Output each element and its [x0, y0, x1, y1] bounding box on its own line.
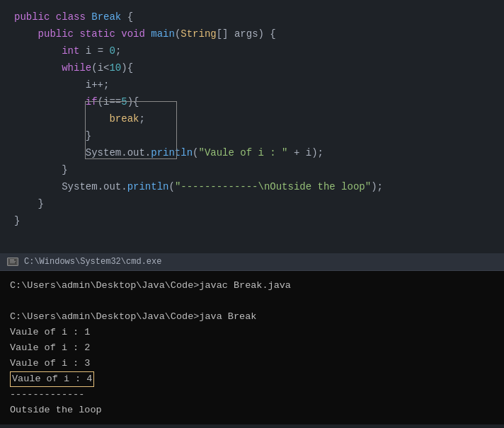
terminal-empty-1 — [10, 294, 494, 309]
terminal-area: C:\Users\admin\Desktop\Java\Code>javac B… — [0, 271, 504, 424]
cmd-icon — [7, 258, 18, 266]
code-line-11: System.out.println("-------------\nOutsi… — [14, 178, 490, 195]
terminal-line-7: ------------- — [10, 387, 494, 403]
terminal-line-4: Vaule of i : 2 — [10, 340, 494, 356]
code-line-4: while(i<10){ — [14, 59, 490, 76]
code-line-8: } — [14, 127, 490, 144]
terminal-line-1: C:\Users\admin\Desktop\Java\Code>javac B… — [10, 278, 494, 294]
code-line-9: System.out.println("Vaule of i : " + i); — [14, 144, 490, 161]
terminal-line-3: Vaule of i : 1 — [10, 325, 494, 340]
terminal-line-5: Vaule of i : 3 — [10, 356, 494, 371]
svg-rect-2 — [10, 261, 16, 262]
svg-rect-3 — [10, 262, 15, 263]
terminal-title: C:\Windows\System32\cmd.exe — [24, 257, 161, 267]
code-line-10: } — [14, 161, 490, 178]
code-line-5: i++; — [14, 76, 490, 93]
terminal-line-8: Outside the loop — [10, 403, 494, 418]
terminal-line-6: Vaule of i : 4 — [10, 371, 494, 387]
code-line-1: public class Break { — [14, 8, 490, 25]
code-line-7: break; — [14, 110, 490, 127]
code-line-3: int i = 0; — [14, 42, 490, 59]
code-line-13: } — [14, 212, 490, 229]
code-line-12: } — [14, 195, 490, 212]
terminal-line-2: C:\Users\admin\Desktop\Java\Code>java Br… — [10, 309, 494, 325]
code-editor: public class Break { public static void … — [0, 0, 504, 253]
terminal-highlighted-line: Vaule of i : 4 — [10, 371, 94, 387]
svg-rect-1 — [10, 260, 14, 260]
terminal-header: C:\Windows\System32\cmd.exe — [0, 253, 504, 271]
code-line-2: public static void main(String[] args) { — [14, 25, 490, 42]
code-line-6: if(i==5){ — [14, 93, 490, 110]
